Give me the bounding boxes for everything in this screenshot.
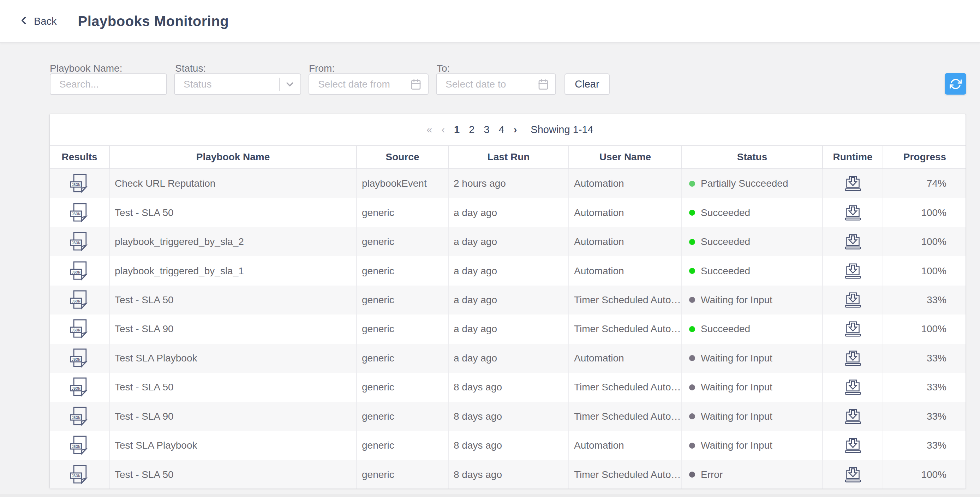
json-file-icon[interactable]: JSON xyxy=(70,377,89,397)
table-row[interactable]: JSON Test SLA Playbook generic 8 days ag… xyxy=(50,431,966,460)
json-file-icon[interactable]: JSON xyxy=(70,203,89,223)
progress-cell: 100% xyxy=(883,256,966,285)
pagination-page-1[interactable]: 1 xyxy=(454,124,460,135)
last-run-cell: a day ago xyxy=(449,286,569,314)
download-to-device-icon[interactable] xyxy=(843,262,863,280)
svg-text:JSON: JSON xyxy=(72,386,81,391)
json-file-icon[interactable]: JSON xyxy=(70,290,89,310)
json-file-icon[interactable]: JSON xyxy=(70,319,89,339)
user-name-cell: Automation xyxy=(569,198,682,227)
playbook-name-cell: Test - SLA 50 xyxy=(110,198,357,227)
user-name-cell: Timer Scheduled Auto… xyxy=(569,460,682,489)
status-label: Succeeded xyxy=(701,236,750,248)
download-to-device-icon[interactable] xyxy=(843,378,863,396)
date-to-picker[interactable]: Select date to xyxy=(436,73,556,95)
user-name-cell: Timer Scheduled Auto… xyxy=(569,373,682,402)
refresh-button[interactable] xyxy=(945,73,966,95)
json-file-icon[interactable]: JSON xyxy=(70,406,89,427)
pagination-page-4[interactable]: 4 xyxy=(499,124,504,135)
runtime-cell xyxy=(823,344,883,373)
status-cell: Succeeded xyxy=(682,314,823,343)
status-cell: Succeeded xyxy=(682,256,823,285)
table-row[interactable]: JSON Test SLA Playbook generic a day ago… xyxy=(50,344,966,373)
json-file-icon[interactable]: JSON xyxy=(70,173,89,194)
json-file-icon[interactable]: JSON xyxy=(70,348,89,368)
status-dot xyxy=(689,297,695,303)
last-run-cell: a day ago xyxy=(449,256,569,285)
progress-cell: 100% xyxy=(883,198,966,227)
status-label: Status: xyxy=(175,63,206,74)
last-run-cell: 8 days ago xyxy=(449,402,569,431)
table-row[interactable]: JSON Test - SLA 90 generic a day ago Tim… xyxy=(50,314,966,343)
table-row[interactable]: JSON Test - SLA 50 generic a day ago Aut… xyxy=(50,198,966,227)
status-dot xyxy=(689,443,695,449)
download-to-device-icon[interactable] xyxy=(843,204,863,222)
last-run-cell: 8 days ago xyxy=(449,373,569,402)
json-file-icon[interactable]: JSON xyxy=(70,435,89,456)
svg-text:JSON: JSON xyxy=(72,416,81,420)
playbook-name-search-input[interactable] xyxy=(50,73,167,95)
progress-cell: 100% xyxy=(883,227,966,256)
pagination-prev-button[interactable]: ‹ xyxy=(441,124,445,135)
select-divider xyxy=(279,78,280,91)
results-cell: JSON xyxy=(50,198,110,227)
json-file-icon[interactable]: JSON xyxy=(70,465,89,485)
last-run-cell: 8 days ago xyxy=(449,431,569,460)
from-label: From: xyxy=(309,63,335,74)
user-name-cell: Automation xyxy=(569,169,682,198)
json-file-icon[interactable]: JSON xyxy=(70,232,89,252)
user-name-cell: Automation xyxy=(569,256,682,285)
status-label: Succeeded xyxy=(701,207,750,219)
download-to-device-icon[interactable] xyxy=(843,291,863,309)
last-run-cell: a day ago xyxy=(449,314,569,343)
column-header-runtime: Runtime xyxy=(823,146,883,168)
status-label: Waiting for Input xyxy=(701,411,772,422)
clear-button[interactable]: Clear xyxy=(565,73,610,95)
pagination-showing-text: Showing 1-14 xyxy=(531,124,593,135)
calendar-icon xyxy=(410,79,422,90)
download-to-device-icon[interactable] xyxy=(843,175,863,193)
status-select[interactable]: Status xyxy=(174,73,301,95)
download-to-device-icon[interactable] xyxy=(843,233,863,251)
pagination-next-button[interactable]: › xyxy=(514,124,517,135)
table-row[interactable]: JSON Check URL Reputation playbookEvent … xyxy=(50,169,966,198)
pagination-page-2[interactable]: 2 xyxy=(469,124,474,135)
table-row[interactable]: JSON playbook_triggered_by_sla_2 generic… xyxy=(50,227,966,256)
table-row[interactable]: JSON Test - SLA 50 generic 8 days ago Ti… xyxy=(50,373,966,402)
playbook-name-cell: Test - SLA 90 xyxy=(110,314,357,343)
status-label: Waiting for Input xyxy=(701,294,772,306)
to-label: To: xyxy=(437,63,450,74)
date-from-picker[interactable]: Select date from xyxy=(309,73,429,95)
runtime-cell xyxy=(823,256,883,285)
column-header-progress: Progress xyxy=(883,146,966,168)
table-row[interactable]: JSON Test - SLA 90 generic 8 days ago Ti… xyxy=(50,402,966,431)
download-to-device-icon[interactable] xyxy=(843,320,863,338)
table-row[interactable]: JSON Test - SLA 50 generic a day ago Tim… xyxy=(50,286,966,314)
progress-cell: 33% xyxy=(883,344,966,373)
results-cell: JSON xyxy=(50,373,110,402)
user-name-cell: Automation xyxy=(569,344,682,373)
download-to-device-icon[interactable] xyxy=(843,436,863,455)
bottom-scrollbar-track[interactable] xyxy=(0,494,980,497)
column-header-playbook-name: Playbook Name xyxy=(110,146,357,168)
svg-text:JSON: JSON xyxy=(72,270,81,274)
status-dot xyxy=(689,472,695,478)
back-button[interactable]: Back xyxy=(18,14,56,28)
user-name-cell: Timer Scheduled Auto… xyxy=(569,314,682,343)
runtime-cell xyxy=(823,314,883,343)
page-title: Playbooks Monitoring xyxy=(78,13,229,29)
pagination-first-button[interactable]: « xyxy=(426,124,432,135)
source-cell: generic xyxy=(357,256,449,285)
pagination-page-3[interactable]: 3 xyxy=(484,124,489,135)
download-to-device-icon[interactable] xyxy=(843,407,863,426)
column-header-last-run: Last Run xyxy=(449,146,569,168)
svg-text:JSON: JSON xyxy=(72,299,81,303)
download-to-device-icon[interactable] xyxy=(843,465,863,484)
table-row[interactable]: JSON playbook_triggered_by_sla_1 generic… xyxy=(50,256,966,285)
status-select-value: Status xyxy=(184,79,212,90)
json-file-icon[interactable]: JSON xyxy=(70,261,89,281)
table-row[interactable]: JSON Test - SLA 50 generic 8 days ago Ti… xyxy=(50,460,966,489)
progress-cell: 33% xyxy=(883,431,966,460)
source-cell: generic xyxy=(357,431,449,460)
download-to-device-icon[interactable] xyxy=(843,349,863,367)
